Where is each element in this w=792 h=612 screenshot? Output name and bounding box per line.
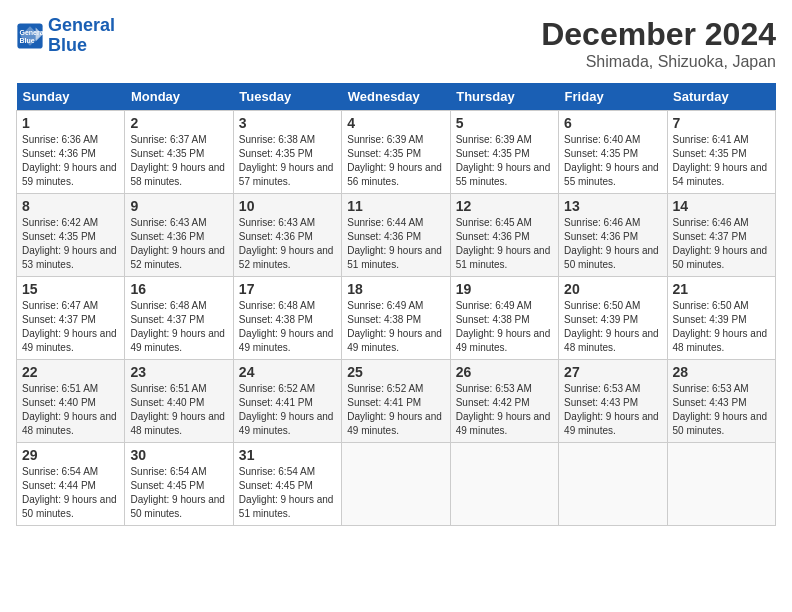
logo: General Blue GeneralBlue (16, 16, 115, 56)
day-info: Sunrise: 6:49 AMSunset: 4:38 PMDaylight:… (347, 300, 442, 353)
table-cell: 12 Sunrise: 6:45 AMSunset: 4:36 PMDaylig… (450, 194, 558, 277)
main-title: December 2024 (541, 16, 776, 53)
table-cell: 15 Sunrise: 6:47 AMSunset: 4:37 PMDaylig… (17, 277, 125, 360)
table-cell: 4 Sunrise: 6:39 AMSunset: 4:35 PMDayligh… (342, 111, 450, 194)
day-info: Sunrise: 6:50 AMSunset: 4:39 PMDaylight:… (564, 300, 659, 353)
day-number: 13 (564, 198, 661, 214)
day-number: 5 (456, 115, 553, 131)
day-info: Sunrise: 6:46 AMSunset: 4:36 PMDaylight:… (564, 217, 659, 270)
day-number: 8 (22, 198, 119, 214)
day-info: Sunrise: 6:41 AMSunset: 4:35 PMDaylight:… (673, 134, 768, 187)
table-cell: 18 Sunrise: 6:49 AMSunset: 4:38 PMDaylig… (342, 277, 450, 360)
header: General Blue GeneralBlue December 2024 S… (16, 16, 776, 71)
table-cell: 17 Sunrise: 6:48 AMSunset: 4:38 PMDaylig… (233, 277, 341, 360)
day-number: 25 (347, 364, 444, 380)
col-monday: Monday (125, 83, 233, 111)
day-info: Sunrise: 6:53 AMSunset: 4:43 PMDaylight:… (673, 383, 768, 436)
day-number: 4 (347, 115, 444, 131)
table-cell: 19 Sunrise: 6:49 AMSunset: 4:38 PMDaylig… (450, 277, 558, 360)
table-cell: 8 Sunrise: 6:42 AMSunset: 4:35 PMDayligh… (17, 194, 125, 277)
table-cell: 14 Sunrise: 6:46 AMSunset: 4:37 PMDaylig… (667, 194, 775, 277)
day-number: 19 (456, 281, 553, 297)
table-cell (559, 443, 667, 526)
table-cell: 13 Sunrise: 6:46 AMSunset: 4:36 PMDaylig… (559, 194, 667, 277)
day-number: 31 (239, 447, 336, 463)
day-info: Sunrise: 6:52 AMSunset: 4:41 PMDaylight:… (239, 383, 334, 436)
day-number: 15 (22, 281, 119, 297)
table-cell: 29 Sunrise: 6:54 AMSunset: 4:44 PMDaylig… (17, 443, 125, 526)
day-info: Sunrise: 6:52 AMSunset: 4:41 PMDaylight:… (347, 383, 442, 436)
week-row-1: 1 Sunrise: 6:36 AMSunset: 4:36 PMDayligh… (17, 111, 776, 194)
day-info: Sunrise: 6:36 AMSunset: 4:36 PMDaylight:… (22, 134, 117, 187)
table-cell: 6 Sunrise: 6:40 AMSunset: 4:35 PMDayligh… (559, 111, 667, 194)
col-saturday: Saturday (667, 83, 775, 111)
day-number: 24 (239, 364, 336, 380)
day-info: Sunrise: 6:46 AMSunset: 4:37 PMDaylight:… (673, 217, 768, 270)
week-row-3: 15 Sunrise: 6:47 AMSunset: 4:37 PMDaylig… (17, 277, 776, 360)
day-info: Sunrise: 6:42 AMSunset: 4:35 PMDaylight:… (22, 217, 117, 270)
day-number: 12 (456, 198, 553, 214)
day-number: 27 (564, 364, 661, 380)
table-cell (342, 443, 450, 526)
table-cell: 10 Sunrise: 6:43 AMSunset: 4:36 PMDaylig… (233, 194, 341, 277)
logo-text: GeneralBlue (48, 16, 115, 56)
table-cell: 5 Sunrise: 6:39 AMSunset: 4:35 PMDayligh… (450, 111, 558, 194)
day-info: Sunrise: 6:45 AMSunset: 4:36 PMDaylight:… (456, 217, 551, 270)
day-number: 30 (130, 447, 227, 463)
day-info: Sunrise: 6:39 AMSunset: 4:35 PMDaylight:… (347, 134, 442, 187)
table-cell: 23 Sunrise: 6:51 AMSunset: 4:40 PMDaylig… (125, 360, 233, 443)
day-info: Sunrise: 6:54 AMSunset: 4:45 PMDaylight:… (130, 466, 225, 519)
day-info: Sunrise: 6:47 AMSunset: 4:37 PMDaylight:… (22, 300, 117, 353)
day-info: Sunrise: 6:43 AMSunset: 4:36 PMDaylight:… (130, 217, 225, 270)
day-number: 14 (673, 198, 770, 214)
table-cell: 28 Sunrise: 6:53 AMSunset: 4:43 PMDaylig… (667, 360, 775, 443)
day-number: 21 (673, 281, 770, 297)
day-info: Sunrise: 6:53 AMSunset: 4:43 PMDaylight:… (564, 383, 659, 436)
table-cell (667, 443, 775, 526)
day-info: Sunrise: 6:48 AMSunset: 4:38 PMDaylight:… (239, 300, 334, 353)
table-cell: 31 Sunrise: 6:54 AMSunset: 4:45 PMDaylig… (233, 443, 341, 526)
week-row-5: 29 Sunrise: 6:54 AMSunset: 4:44 PMDaylig… (17, 443, 776, 526)
svg-text:Blue: Blue (20, 37, 35, 44)
day-info: Sunrise: 6:53 AMSunset: 4:42 PMDaylight:… (456, 383, 551, 436)
table-cell: 20 Sunrise: 6:50 AMSunset: 4:39 PMDaylig… (559, 277, 667, 360)
day-number: 16 (130, 281, 227, 297)
day-info: Sunrise: 6:37 AMSunset: 4:35 PMDaylight:… (130, 134, 225, 187)
day-number: 10 (239, 198, 336, 214)
table-cell: 25 Sunrise: 6:52 AMSunset: 4:41 PMDaylig… (342, 360, 450, 443)
col-friday: Friday (559, 83, 667, 111)
table-cell: 3 Sunrise: 6:38 AMSunset: 4:35 PMDayligh… (233, 111, 341, 194)
day-number: 22 (22, 364, 119, 380)
day-number: 11 (347, 198, 444, 214)
day-info: Sunrise: 6:43 AMSunset: 4:36 PMDaylight:… (239, 217, 334, 270)
week-row-4: 22 Sunrise: 6:51 AMSunset: 4:40 PMDaylig… (17, 360, 776, 443)
table-cell: 27 Sunrise: 6:53 AMSunset: 4:43 PMDaylig… (559, 360, 667, 443)
day-number: 29 (22, 447, 119, 463)
calendar-table: Sunday Monday Tuesday Wednesday Thursday… (16, 83, 776, 526)
day-info: Sunrise: 6:54 AMSunset: 4:45 PMDaylight:… (239, 466, 334, 519)
day-number: 23 (130, 364, 227, 380)
day-info: Sunrise: 6:50 AMSunset: 4:39 PMDaylight:… (673, 300, 768, 353)
table-cell: 2 Sunrise: 6:37 AMSunset: 4:35 PMDayligh… (125, 111, 233, 194)
day-number: 26 (456, 364, 553, 380)
table-cell: 11 Sunrise: 6:44 AMSunset: 4:36 PMDaylig… (342, 194, 450, 277)
day-number: 18 (347, 281, 444, 297)
title-area: December 2024 Shimada, Shizuoka, Japan (541, 16, 776, 71)
day-info: Sunrise: 6:40 AMSunset: 4:35 PMDaylight:… (564, 134, 659, 187)
col-sunday: Sunday (17, 83, 125, 111)
logo-icon: General Blue (16, 22, 44, 50)
col-tuesday: Tuesday (233, 83, 341, 111)
table-cell (450, 443, 558, 526)
day-info: Sunrise: 6:54 AMSunset: 4:44 PMDaylight:… (22, 466, 117, 519)
day-info: Sunrise: 6:39 AMSunset: 4:35 PMDaylight:… (456, 134, 551, 187)
week-row-2: 8 Sunrise: 6:42 AMSunset: 4:35 PMDayligh… (17, 194, 776, 277)
day-number: 6 (564, 115, 661, 131)
day-info: Sunrise: 6:51 AMSunset: 4:40 PMDaylight:… (22, 383, 117, 436)
table-cell: 24 Sunrise: 6:52 AMSunset: 4:41 PMDaylig… (233, 360, 341, 443)
table-cell: 26 Sunrise: 6:53 AMSunset: 4:42 PMDaylig… (450, 360, 558, 443)
day-number: 2 (130, 115, 227, 131)
day-number: 7 (673, 115, 770, 131)
day-number: 1 (22, 115, 119, 131)
day-number: 3 (239, 115, 336, 131)
day-info: Sunrise: 6:38 AMSunset: 4:35 PMDaylight:… (239, 134, 334, 187)
